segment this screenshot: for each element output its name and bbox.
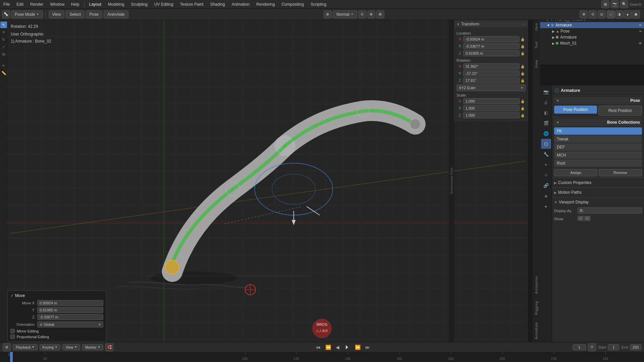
overlay-icon[interactable]: ⊙ (589, 10, 597, 18)
prev-keyframe-btn[interactable]: ⏪ (324, 344, 332, 351)
rotate-tool-icon[interactable]: ↻ (0, 36, 7, 43)
scale-tool-icon[interactable]: ⤢ (0, 44, 7, 50)
modifier-props-icon[interactable]: 🔧 (541, 149, 551, 159)
shading-mode-4-icon[interactable]: ◉ (632, 10, 640, 18)
bone-collection-fk[interactable]: FK (554, 127, 642, 135)
euler-dropdown[interactable]: XYZ Euler ▼ (457, 84, 526, 91)
annotate-tool-icon[interactable]: ✏ (0, 62, 7, 69)
cursor-tool-icon[interactable]: ↖ (0, 21, 7, 28)
snap-icon[interactable]: 🧲 (105, 343, 113, 351)
bone-collection-def[interactable]: DEF (554, 143, 642, 151)
start-frame-field[interactable]: 1 (608, 344, 619, 350)
scene-toggle-icon[interactable]: ⊞ (601, 0, 609, 8)
animaide-label[interactable]: AnimAide (535, 321, 538, 341)
animaide-btn[interactable]: AnimAide (104, 10, 128, 18)
output-props-icon[interactable]: 🖨 (541, 97, 551, 107)
loc-y-value[interactable]: -0.33677 m (463, 43, 520, 49)
world-props-icon[interactable]: 🌐 (541, 128, 551, 138)
rot-x-value[interactable]: 31.962° (463, 63, 520, 69)
menu-modeling[interactable]: Modeling (105, 1, 128, 7)
measure-tool-icon[interactable]: 📏 (0, 70, 7, 76)
scale-x-value[interactable]: 1.000 (463, 98, 520, 104)
view-layer-props-icon[interactable]: ◧ (541, 108, 551, 118)
menu-file[interactable]: File (0, 1, 13, 7)
jump-start-btn[interactable]: ⏮ (315, 344, 322, 351)
loc-y-lock-icon[interactable]: 🔒 (520, 45, 526, 48)
shading-mode-1-icon[interactable]: ○ (607, 10, 615, 18)
render-props-icon[interactable]: 📷 (541, 87, 551, 97)
menu-scripting[interactable]: Scripting (307, 1, 330, 7)
timeline-editor-icon[interactable]: ⊞ (3, 343, 11, 351)
custom-properties-header[interactable]: ▶ Custom Properties (554, 179, 642, 186)
rot-y-lock-icon[interactable]: 🔒 (520, 72, 526, 75)
bone-collections-header[interactable]: ▼ Bone Collections (554, 119, 642, 126)
assign-button[interactable]: Assign (554, 169, 597, 176)
proportional-editing-checkbox[interactable] (10, 335, 15, 339)
next-keyframe-btn[interactable]: ⏩ (354, 344, 362, 351)
scale-y-lock-icon[interactable]: 🔒 (520, 107, 526, 110)
display-as-value[interactable]: B- (578, 207, 642, 214)
motion-paths-header[interactable]: ▶ Motion Paths (554, 189, 642, 196)
loc-z-value[interactable]: 0.61005 m (463, 50, 520, 56)
rigging-label[interactable]: Rigging (535, 300, 538, 316)
scale-z-lock-icon[interactable]: 🔒 (520, 114, 526, 117)
menu-animation[interactable]: Animation (228, 1, 253, 7)
view-btn[interactable]: View (49, 10, 65, 18)
constraint-props-icon[interactable]: 🔗 (541, 180, 551, 190)
transform-menu-icon[interactable]: ⋯ (522, 22, 526, 26)
menu-render[interactable]: Render (27, 1, 47, 7)
bone-collection-mch[interactable]: MCH (554, 152, 642, 159)
rot-z-lock-icon[interactable]: 🔒 (520, 79, 526, 82)
transform-header[interactable]: ▼ Transform ⋯ (454, 20, 528, 28)
view-label[interactable]: View (535, 58, 538, 70)
rest-position-button[interactable]: Rest Position (598, 106, 642, 116)
pose-position-button[interactable]: Pose Position (554, 106, 597, 114)
mirror-editing-checkbox[interactable] (10, 329, 15, 333)
shading-mode-2-icon[interactable]: ◑ (615, 10, 623, 18)
menu-edit[interactable]: Edit (13, 1, 27, 7)
mode-icon[interactable]: 🦴 (2, 10, 10, 18)
loc-z-lock-icon[interactable]: 🔒 (520, 52, 526, 55)
gizmo-icon[interactable]: ⊕ (580, 10, 588, 18)
viewport-display-header[interactable]: ▼ Viewport Display (554, 199, 642, 205)
shading-wire-icon[interactable]: ⊙ (358, 10, 366, 18)
menu-sculpting[interactable]: Sculpting (128, 1, 151, 7)
menu-layout[interactable]: Layout (86, 1, 105, 7)
animation-label[interactable]: Animation (535, 275, 538, 295)
item-label[interactable]: Item (535, 21, 538, 32)
move-x-value[interactable]: 0.50924 m (37, 300, 103, 306)
scene-props-icon[interactable]: 🎬 (541, 118, 551, 128)
render-icon[interactable]: 📷 (611, 0, 619, 8)
particles-props-icon[interactable]: ✦ (541, 160, 551, 170)
menu-uv-editing[interactable]: UV Editing (151, 1, 177, 7)
pose-btn[interactable]: Pose (86, 10, 102, 18)
shading-matcap-icon[interactable]: ⊞ (376, 10, 384, 18)
fps-icon[interactable]: ⏱ (588, 343, 596, 351)
current-frame-field[interactable]: 1 (573, 344, 586, 350)
pose-section-header[interactable]: ▼ Pose (554, 97, 642, 104)
tool-label[interactable]: Tool (535, 40, 538, 50)
keying-dropdown[interactable]: Keying ▼ (40, 344, 61, 350)
menu-window[interactable]: Window (47, 1, 68, 7)
outliner-armature-child[interactable]: ▶ Armature (540, 34, 644, 40)
rot-z-value[interactable]: 17.81° (463, 77, 520, 83)
pose-mode-dropdown[interactable]: Pose Mode ▼ (11, 10, 43, 18)
loc-x-value[interactable]: -0.50924 m (463, 36, 520, 42)
data-props-icon[interactable]: ◈ (541, 191, 551, 201)
outliner-armature[interactable]: ▼ Armature 👁 (540, 22, 644, 28)
scale-x-lock-icon[interactable]: 🔒 (520, 100, 526, 103)
outliner-mesh01[interactable]: ▶ Mesh_01 👁 (540, 40, 644, 46)
material-props-icon[interactable]: ● (541, 201, 551, 211)
xray-icon[interactable]: ◎ (598, 10, 606, 18)
shading-mode-3-icon[interactable]: ● (624, 10, 632, 18)
scale-z-value[interactable]: 1.000 (463, 112, 520, 118)
object-props-icon[interactable]: ⬡ (541, 139, 551, 149)
marker-dropdown[interactable]: Marker ▼ (82, 344, 103, 350)
play-btn[interactable]: ⏵ (343, 343, 352, 351)
physics-props-icon[interactable]: ⚛ (541, 170, 551, 180)
outliner-pose[interactable]: ▶ ▲ Pose ✏ (540, 28, 644, 34)
menu-help[interactable]: Help (68, 1, 83, 7)
bone-collection-root[interactable]: Root (554, 160, 642, 167)
menu-shading[interactable]: Shading (207, 1, 228, 7)
menu-texture-paint[interactable]: Texture Paint (177, 1, 207, 7)
